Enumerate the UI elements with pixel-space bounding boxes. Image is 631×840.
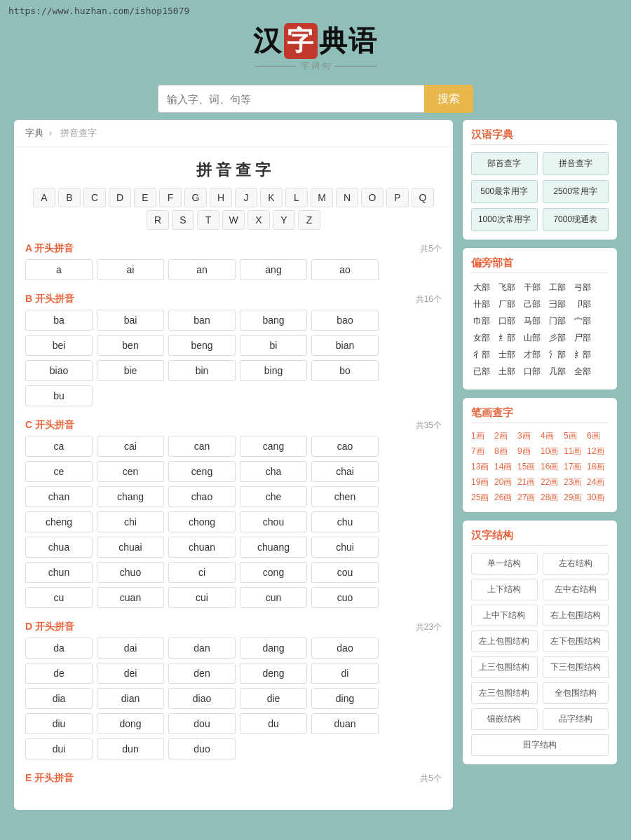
- stroke-6[interactable]: 6画: [587, 430, 606, 442]
- pinyin-duo[interactable]: duo: [168, 738, 236, 759]
- struct-zuoshanbaowo[interactable]: 左上包围结构: [471, 631, 538, 652]
- alpha-O[interactable]: O: [361, 188, 384, 207]
- pinyin-ca[interactable]: ca: [25, 436, 93, 457]
- pinyin-dian[interactable]: dian: [97, 688, 164, 709]
- radical-tu[interactable]: 土部: [496, 364, 517, 379]
- pinyin-chou[interactable]: chou: [240, 511, 307, 532]
- pinyin-dong[interactable]: dong: [97, 713, 164, 734]
- alpha-R[interactable]: R: [147, 210, 169, 230]
- alpha-M[interactable]: M: [311, 188, 333, 207]
- pinyin-die[interactable]: die: [240, 688, 307, 709]
- stroke-15[interactable]: 15画: [517, 461, 537, 473]
- pinyin-che[interactable]: che: [240, 486, 307, 507]
- pinyin-bo[interactable]: bo: [311, 360, 379, 381]
- alpha-A[interactable]: A: [33, 188, 55, 207]
- struct-zuoxiabaowo[interactable]: 左下包围结构: [543, 631, 609, 652]
- pinyin-beng[interactable]: beng: [168, 335, 236, 356]
- stroke-12[interactable]: 12画: [587, 446, 606, 457]
- stroke-23[interactable]: 23画: [564, 476, 583, 488]
- pinyin-bing[interactable]: bing: [240, 360, 307, 381]
- stroke-10[interactable]: 10画: [541, 446, 560, 457]
- pinyin-ang[interactable]: ang: [240, 259, 307, 280]
- alpha-W[interactable]: W: [222, 210, 245, 230]
- pinyin-bao[interactable]: bao: [311, 310, 379, 331]
- radical-ji2[interactable]: 彐部: [547, 297, 568, 312]
- pinyin-chang[interactable]: chang: [97, 486, 164, 507]
- pinyin-cen[interactable]: cen: [97, 461, 164, 482]
- radical-gong2[interactable]: 弓部: [572, 280, 593, 295]
- alpha-C[interactable]: C: [83, 188, 106, 207]
- stroke-7[interactable]: 7画: [471, 446, 491, 457]
- radical-shui[interactable]: 氵部: [547, 347, 568, 362]
- pinyin-dao[interactable]: dao: [311, 638, 379, 659]
- struct-shangxia[interactable]: 上下结构: [471, 579, 538, 600]
- alpha-K[interactable]: K: [260, 188, 283, 207]
- stroke-25[interactable]: 25画: [471, 492, 491, 504]
- pinyin-cong[interactable]: cong: [240, 562, 307, 583]
- radical-chi[interactable]: 彳部: [471, 347, 492, 362]
- stroke-11[interactable]: 11画: [564, 446, 583, 457]
- pinyin-bu[interactable]: bu: [25, 385, 93, 406]
- radical-nv[interactable]: 女部: [471, 331, 492, 345]
- stroke-21[interactable]: 21画: [517, 476, 537, 488]
- stroke-30[interactable]: 30画: [587, 492, 606, 504]
- stroke-26[interactable]: 26画: [494, 492, 514, 504]
- pinyin-chong[interactable]: chong: [168, 511, 236, 532]
- btn-bushou-chazi[interactable]: 部首查字: [471, 152, 538, 175]
- radical-shi2[interactable]: 尸部: [572, 331, 593, 345]
- pinyin-cu[interactable]: cu: [25, 587, 93, 608]
- pinyin-di[interactable]: di: [311, 663, 379, 684]
- radical-chang[interactable]: 厂部: [496, 297, 517, 312]
- pinyin-chuai[interactable]: chuai: [97, 537, 164, 558]
- stroke-16[interactable]: 16画: [541, 461, 560, 473]
- search-input[interactable]: [158, 85, 424, 113]
- radical-ji3[interactable]: 几部: [547, 364, 568, 379]
- stroke-14[interactable]: 14画: [494, 461, 514, 473]
- alpha-Q[interactable]: Q: [412, 188, 434, 207]
- alpha-J[interactable]: J: [235, 188, 257, 207]
- pinyin-chi[interactable]: chi: [97, 511, 164, 532]
- pinyin-diao[interactable]: diao: [168, 688, 236, 709]
- struct-tianzi[interactable]: 田字结构: [471, 734, 609, 756]
- pinyin-dui[interactable]: dui: [25, 738, 93, 759]
- pinyin-diu[interactable]: diu: [25, 713, 93, 734]
- radical-da[interactable]: 大部: [471, 280, 492, 295]
- pinyin-a[interactable]: a: [25, 259, 93, 280]
- pinyin-chen[interactable]: chen: [311, 486, 379, 507]
- alpha-S[interactable]: S: [172, 210, 194, 230]
- pinyin-chan[interactable]: chan: [25, 486, 93, 507]
- struct-shangzhongxia[interactable]: 上中下结构: [471, 605, 538, 626]
- alpha-E[interactable]: E: [134, 188, 156, 207]
- btn-1000-changyong[interactable]: 1000次常用字: [471, 208, 538, 231]
- stroke-27[interactable]: 27画: [517, 492, 537, 504]
- pinyin-ben[interactable]: ben: [97, 335, 164, 356]
- pinyin-de[interactable]: de: [25, 663, 93, 684]
- pinyin-cang[interactable]: cang: [240, 436, 307, 457]
- btn-7000-xiantong[interactable]: 7000现通表: [543, 208, 609, 231]
- pinyin-biao[interactable]: biao: [25, 360, 93, 381]
- radical-san[interactable]: 彡部: [547, 331, 568, 345]
- radical-fei[interactable]: 飞部: [496, 280, 517, 295]
- stroke-2[interactable]: 2画: [494, 430, 514, 442]
- radical-gan[interactable]: 干部: [522, 280, 543, 295]
- alpha-N[interactable]: N: [336, 188, 358, 207]
- pinyin-bin[interactable]: bin: [168, 360, 236, 381]
- radical-quan[interactable]: 全部: [572, 364, 593, 379]
- pinyin-cuan[interactable]: cuan: [97, 587, 164, 608]
- stroke-17[interactable]: 17画: [564, 461, 583, 473]
- breadcrumb-home[interactable]: 字典: [25, 128, 43, 138]
- pinyin-chuo[interactable]: chuo: [97, 562, 164, 583]
- pinyin-ai[interactable]: ai: [97, 259, 164, 280]
- alpha-P[interactable]: P: [386, 188, 409, 207]
- pinyin-dun[interactable]: dun: [97, 738, 164, 759]
- pinyin-ao[interactable]: ao: [311, 259, 379, 280]
- pinyin-den[interactable]: den: [168, 663, 236, 684]
- pinyin-dei[interactable]: dei: [97, 663, 164, 684]
- pinyin-chai[interactable]: chai: [311, 461, 379, 482]
- radical-ma[interactable]: 马部: [522, 314, 543, 329]
- stroke-24[interactable]: 24画: [587, 476, 606, 488]
- radical-shi[interactable]: 士部: [496, 347, 517, 362]
- radical-shou[interactable]: 才部: [522, 347, 543, 362]
- stroke-1[interactable]: 1画: [471, 430, 491, 442]
- pinyin-cheng[interactable]: cheng: [25, 511, 93, 532]
